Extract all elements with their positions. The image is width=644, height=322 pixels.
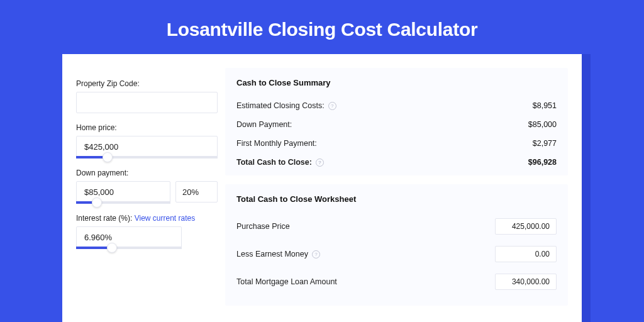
down-payment-input[interactable]: [76, 181, 170, 203]
calculator-card: Property Zip Code: Home price: Down paym…: [62, 54, 582, 322]
worksheet-row: Less Earnest Money ? 0.00: [236, 240, 557, 268]
down-payment-slider[interactable]: [76, 201, 170, 204]
zip-input[interactable]: [76, 92, 218, 113]
interest-rate-label: Interest rate (%): View current rates: [76, 214, 218, 223]
worksheet-row-label: Total Mortgage Loan Amount: [236, 277, 337, 286]
worksheet-value-box[interactable]: 0.00: [495, 246, 557, 262]
summary-row-label: Down Payment:: [236, 120, 292, 129]
worksheet-row-label: Less Earnest Money: [236, 250, 308, 258]
worksheet-value-box[interactable]: 425,000.00: [495, 218, 557, 235]
view-rates-link[interactable]: View current rates: [135, 214, 196, 223]
slider-thumb[interactable]: [92, 197, 102, 208]
summary-row-value: $85,000: [528, 120, 557, 129]
page-title: Losantville Closing Cost Calculator: [0, 0, 644, 54]
zip-label: Property Zip Code:: [76, 79, 218, 88]
summary-row-value: $8,951: [533, 101, 557, 110]
summary-panel: Cash to Close Summary Estimated Closing …: [225, 68, 568, 175]
summary-row: Down Payment: $85,000: [236, 115, 557, 134]
inputs-column: Property Zip Code: Home price: Down paym…: [76, 68, 218, 322]
summary-total-value: $96,928: [528, 158, 557, 167]
slider-thumb[interactable]: [107, 243, 117, 253]
worksheet-row: Total Mortgage Loan Amount 340,000.00: [236, 268, 557, 296]
summary-row-label: Estimated Closing Costs:: [236, 101, 325, 110]
worksheet-row: Purchase Price 425,000.00: [236, 213, 557, 240]
down-payment-pct-input[interactable]: 20%: [175, 181, 218, 203]
interest-rate-input[interactable]: [76, 226, 182, 248]
worksheet-panel: Total Cash to Close Worksheet Purchase P…: [225, 184, 568, 306]
help-icon[interactable]: ?: [312, 250, 320, 258]
home-price-slider[interactable]: [76, 156, 218, 158]
summary-row: Estimated Closing Costs: ? $8,951: [236, 96, 557, 115]
worksheet-value-box[interactable]: 340,000.00: [495, 274, 557, 290]
summary-total-label: Total Cash to Close:: [236, 158, 312, 167]
home-price-label: Home price:: [76, 123, 218, 132]
worksheet-row-label: Purchase Price: [236, 222, 290, 231]
help-icon[interactable]: ?: [328, 102, 336, 110]
results-column: Cash to Close Summary Estimated Closing …: [225, 68, 568, 322]
worksheet-title: Total Cash to Close Worksheet: [236, 194, 557, 204]
interest-rate-slider[interactable]: [76, 247, 182, 249]
summary-row-value: $2,977: [533, 139, 557, 148]
home-price-field: [76, 136, 218, 158]
home-price-input[interactable]: [76, 136, 218, 157]
summary-title: Cash to Close Summary: [236, 78, 557, 87]
slider-thumb[interactable]: [103, 152, 113, 162]
summary-total-row: Total Cash to Close: ? $96,928: [236, 153, 557, 172]
summary-row: First Monthly Payment: $2,977: [236, 134, 557, 153]
summary-row-label: First Monthly Payment:: [236, 139, 317, 148]
down-payment-label: Down payment:: [76, 169, 218, 177]
help-icon[interactable]: ?: [316, 158, 324, 167]
